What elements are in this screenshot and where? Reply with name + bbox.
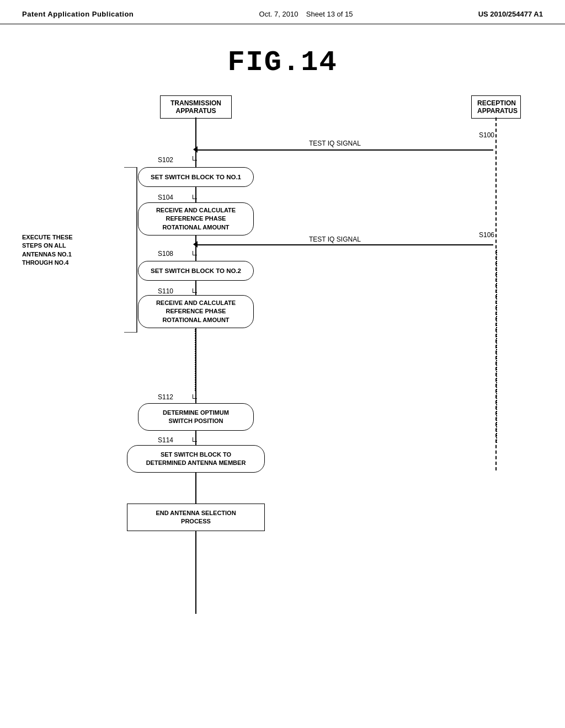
set-switch-no1-box: SET SWITCH BLOCK TO NO.1 — [138, 167, 254, 187]
execute-steps-label: EXECUTE THESE STEPS ON ALL ANTENNAS NO.1… — [22, 233, 88, 267]
execute-line4: THROUGH NO.4 — [22, 259, 68, 266]
sheet-label: Sheet 13 of 15 — [306, 10, 353, 18]
date-label: Oct. 7, 2010 — [259, 10, 299, 18]
s114-label: S114 — [158, 436, 173, 444]
test-iq-signal-1-arrow — [193, 146, 198, 153]
receive-calc-2-text: RECEIVE AND CALCULATEREFERENCE PHASEROTA… — [156, 299, 236, 324]
execute-line2: STEPS ON ALL — [22, 242, 66, 249]
test-iq-signal-1-hline — [195, 149, 493, 151]
execute-line3: ANTENNAS NO.1 — [22, 251, 72, 258]
s104-tick — [193, 195, 197, 199]
figure-title: FIG.14 — [0, 46, 565, 79]
diagram-area: TRANSMISSION APPARATUS RECEPTION APPARAT… — [0, 84, 565, 691]
set-switch-no2-box: SET SWITCH BLOCK TO NO.2 — [138, 261, 254, 281]
s102-label: S102 — [158, 156, 173, 164]
page-header: Patent Application Publication Oct. 7, 2… — [0, 0, 565, 24]
s110-tick — [193, 288, 197, 293]
s112-tick — [193, 394, 197, 399]
reception-apparatus-box: RECEPTION APPARATUS — [471, 95, 521, 119]
patent-number-label: US 2010/254477 A1 — [478, 10, 543, 18]
determine-optimum-box: DETERMINE OPTIMUMSWITCH POSITION — [138, 403, 254, 431]
test-iq-signal-2-arrow — [193, 241, 198, 248]
publication-label: Patent Application Publication — [22, 10, 134, 18]
s112-label: S112 — [158, 393, 173, 401]
test-iq-signal-2-label: TEST IQ SIGNAL — [309, 235, 361, 243]
right-dotted-line — [496, 250, 497, 443]
set-switch-determined-box: SET SWITCH BLOCK TODETERMINED ANTENNA ME… — [127, 445, 265, 473]
s102-tick — [193, 156, 197, 160]
s108-label: S108 — [158, 250, 173, 258]
determine-optimum-text: DETERMINE OPTIMUMSWITCH POSITION — [163, 409, 229, 426]
receive-calc-1-box: RECEIVE AND CALCULATEREFERENCE PHASEROTA… — [138, 202, 254, 235]
date-sheet-label: Oct. 7, 2010 Sheet 13 of 15 — [259, 10, 353, 18]
test-iq-signal-2-hline — [195, 244, 493, 245]
end-antenna-text: END ANTENNA SELECTIONPROCESS — [156, 509, 236, 526]
s106-label: S106 — [479, 231, 494, 239]
s100-label: S100 — [479, 131, 494, 139]
receive-calc-2-box: RECEIVE AND CALCULATEREFERENCE PHASEROTA… — [138, 295, 254, 328]
end-antenna-box: END ANTENNA SELECTIONPROCESS — [127, 504, 265, 531]
transmission-apparatus-box: TRANSMISSION APPARATUS — [160, 95, 232, 119]
dotted-gap-line — [195, 329, 196, 391]
execute-line1: EXECUTE THESE — [22, 234, 73, 240]
receive-calc-1-text: RECEIVE AND CALCULATEREFERENCE PHASEROTA… — [156, 206, 236, 232]
s108-tick — [193, 251, 197, 255]
s104-label: S104 — [158, 194, 173, 201]
set-switch-determined-text: SET SWITCH BLOCK TODETERMINED ANTENNA ME… — [146, 451, 246, 468]
s110-label: S110 — [158, 287, 173, 295]
test-iq-signal-1-label: TEST IQ SIGNAL — [309, 140, 361, 147]
s114-tick — [193, 437, 197, 442]
